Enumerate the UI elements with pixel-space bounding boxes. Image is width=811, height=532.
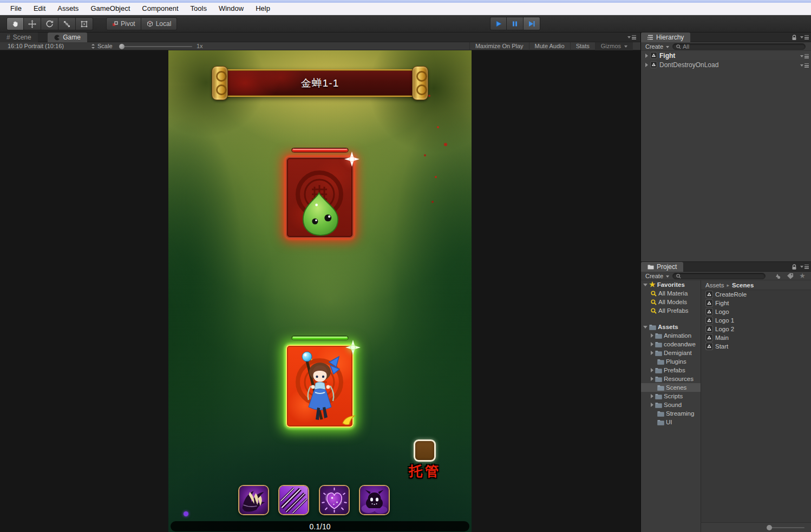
expand-arrow-icon[interactable] bbox=[651, 403, 653, 407]
scene-file-icon bbox=[705, 317, 713, 324]
tree-item-label: Prefabs bbox=[664, 367, 685, 373]
play-button[interactable] bbox=[490, 17, 507, 30]
skill-button-slash[interactable] bbox=[278, 485, 309, 515]
search-by-type-icon[interactable] bbox=[774, 273, 781, 279]
unity-editor-window: File Edit Assets GameObject Component To… bbox=[0, 0, 811, 532]
skill-button-heart[interactable] bbox=[319, 485, 350, 515]
step-button[interactable] bbox=[524, 17, 540, 30]
hierarchy-search-input[interactable]: All bbox=[672, 43, 806, 50]
hierarchy-panel-menu-icon[interactable] bbox=[800, 35, 809, 40]
row-menu-icon[interactable] bbox=[800, 63, 809, 68]
maximize-on-play-button[interactable]: Maximize On Play bbox=[469, 42, 529, 50]
project-panel-menu-icon[interactable] bbox=[800, 264, 809, 270]
aspect-dropdown[interactable]: 16:10 Portrait (10:16) bbox=[8, 43, 64, 49]
scale-slider[interactable] bbox=[120, 46, 192, 47]
file-item-createrole[interactable]: CreateRole bbox=[701, 290, 811, 299]
stats-button[interactable]: Stats bbox=[570, 42, 595, 50]
file-item-fight[interactable]: Fight bbox=[701, 299, 811, 307]
tree-item-resources[interactable]: Resources bbox=[641, 375, 701, 383]
tab-project[interactable]: Project bbox=[641, 262, 683, 272]
menu-component[interactable]: Component bbox=[136, 3, 184, 15]
file-item-logo-1[interactable]: Logo 1 bbox=[701, 316, 811, 325]
menu-assets[interactable]: Assets bbox=[51, 3, 84, 15]
expand-arrow-icon[interactable] bbox=[651, 342, 653, 346]
menu-file[interactable]: File bbox=[4, 3, 28, 15]
tab-scene[interactable]: # Scene bbox=[0, 32, 38, 42]
scale-slider-handle[interactable] bbox=[119, 44, 125, 49]
tree-item-prefabs[interactable]: Prefabs bbox=[641, 366, 701, 375]
hand-tool-icon bbox=[11, 20, 19, 28]
tree-item-sound[interactable]: Sound bbox=[641, 400, 701, 409]
move-tool-button[interactable] bbox=[24, 17, 41, 30]
row-menu-icon[interactable] bbox=[800, 54, 809, 59]
tree-item-label: Sound bbox=[664, 402, 682, 408]
tree-item-streamingassets[interactable]: Streaming bbox=[641, 409, 701, 418]
tree-item-ui[interactable]: UI bbox=[641, 418, 701, 426]
file-item-main[interactable]: Main bbox=[701, 333, 811, 342]
expand-arrow-icon[interactable] bbox=[651, 368, 653, 372]
file-item-logo[interactable]: Logo bbox=[701, 307, 811, 316]
mute-audio-button[interactable]: Mute Audio bbox=[529, 42, 570, 50]
auto-battle-button[interactable] bbox=[414, 439, 436, 462]
file-item-start[interactable]: Start bbox=[701, 342, 811, 351]
menu-tools[interactable]: Tools bbox=[185, 3, 213, 15]
tree-item-codeandweb[interactable]: codeandwe bbox=[641, 340, 701, 349]
tree-item-scenes[interactable]: Scenes bbox=[641, 383, 701, 392]
tree-item-assets-root[interactable]: Assets bbox=[641, 323, 701, 331]
game-panel-menu-icon[interactable] bbox=[627, 35, 636, 40]
hierarchy-create-button[interactable]: Create bbox=[645, 43, 669, 50]
tree-item-demigiant[interactable]: Demigiant bbox=[641, 349, 701, 357]
tree-item-all-prefabs[interactable]: All Prefabs bbox=[641, 306, 701, 315]
project-create-button[interactable]: Create bbox=[645, 273, 669, 279]
tree-item-animation[interactable]: Animation bbox=[641, 331, 701, 340]
search-filter-icon bbox=[651, 308, 657, 314]
move-tool-icon bbox=[28, 20, 36, 28]
menu-gameobject[interactable]: GameObject bbox=[84, 3, 136, 15]
hierarchy-lock-icon[interactable] bbox=[792, 35, 797, 41]
scale-tool-button[interactable] bbox=[58, 17, 76, 30]
expand-arrow-icon[interactable] bbox=[645, 54, 648, 58]
expand-arrow-icon[interactable] bbox=[645, 63, 648, 67]
enemy-card[interactable] bbox=[286, 157, 354, 238]
project-search-input[interactable] bbox=[672, 273, 766, 279]
breadcrumb-root[interactable]: Assets bbox=[705, 282, 724, 288]
menu-edit[interactable]: Edit bbox=[28, 3, 51, 15]
expand-arrow-icon[interactable] bbox=[651, 351, 653, 355]
local-toggle-button[interactable]: Local bbox=[141, 17, 178, 30]
expand-arrow-icon[interactable] bbox=[651, 394, 653, 398]
thumbnail-size-slider-handle[interactable] bbox=[767, 525, 772, 530]
pause-button[interactable] bbox=[507, 17, 524, 30]
gizmos-caret-icon[interactable] bbox=[624, 45, 627, 48]
gizmos-button[interactable]: Gizmos bbox=[595, 42, 633, 50]
tree-item-plugins[interactable]: Plugins bbox=[641, 357, 701, 366]
collapse-arrow-icon[interactable] bbox=[643, 284, 648, 286]
tab-game[interactable]: Game bbox=[48, 32, 87, 42]
hand-tool-button[interactable] bbox=[6, 17, 24, 30]
skill-button-claw[interactable] bbox=[238, 485, 269, 515]
scene-tab-label: Scene bbox=[13, 34, 31, 41]
file-item-logo-2[interactable]: Logo 2 bbox=[701, 325, 811, 333]
tab-hierarchy[interactable]: Hierarchy bbox=[641, 32, 690, 42]
pivot-toggle-button[interactable]: Pivot bbox=[106, 17, 141, 30]
favorite-filter-icon[interactable]: ★ bbox=[799, 272, 806, 280]
pivot-icon bbox=[112, 21, 118, 27]
rect-tool-button[interactable] bbox=[76, 17, 93, 30]
label-filter-icon[interactable] bbox=[787, 273, 794, 279]
tree-item-scripts[interactable]: Scripts bbox=[641, 392, 701, 400]
tree-item-all-models[interactable]: All Models bbox=[641, 298, 701, 306]
tree-item-favorites[interactable]: ★ Favorites bbox=[641, 280, 701, 289]
expand-arrow-icon[interactable] bbox=[651, 377, 653, 381]
expand-arrow-icon[interactable] bbox=[651, 333, 653, 338]
menu-help[interactable]: Help bbox=[250, 3, 276, 15]
tree-item-label: UI bbox=[666, 419, 672, 425]
thumbnail-size-slider[interactable] bbox=[769, 527, 805, 528]
collapse-arrow-icon[interactable] bbox=[643, 326, 648, 329]
skill-button-demon[interactable] bbox=[359, 485, 390, 515]
folder-icon bbox=[655, 350, 662, 356]
hierarchy-item-dontdestroyonload[interactable]: DontDestroyOnLoad bbox=[641, 60, 811, 69]
project-lock-icon[interactable] bbox=[792, 264, 797, 270]
menu-window[interactable]: Window bbox=[213, 3, 250, 15]
tree-item-all-materials[interactable]: All Materia bbox=[641, 289, 701, 298]
rotate-tool-button[interactable] bbox=[41, 17, 58, 30]
hierarchy-item-fight[interactable]: Fight bbox=[641, 51, 811, 60]
